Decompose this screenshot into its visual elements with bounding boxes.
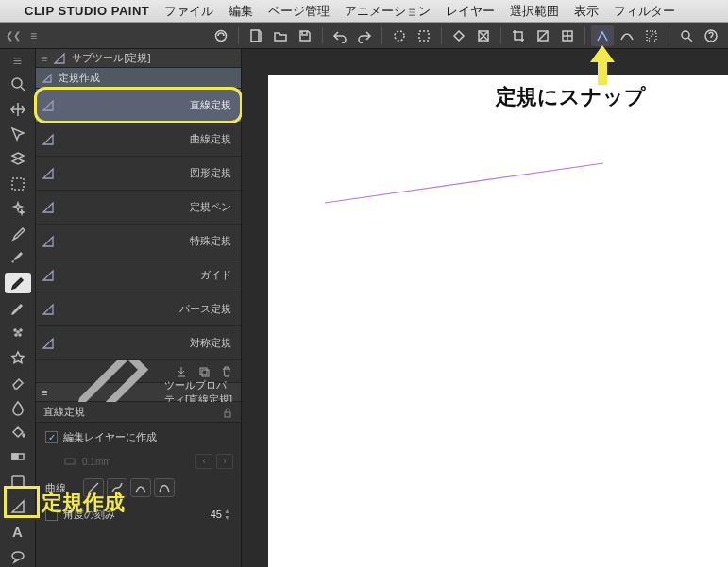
new-file-icon[interactable] (245, 25, 267, 46)
lock-icon[interactable] (222, 407, 233, 418)
subtool-label: 曲線定規 (190, 132, 235, 146)
hamburger-icon[interactable]: ≡ (42, 53, 47, 64)
search-icon[interactable] (675, 25, 698, 46)
svg-rect-21 (200, 368, 207, 375)
gradient-tool-icon[interactable] (5, 446, 31, 467)
hamburger-icon[interactable]: ≡ (42, 387, 47, 398)
menu-animation[interactable]: アニメーション (345, 3, 431, 20)
redo-icon[interactable] (353, 25, 376, 46)
subtool-item-ruler-pen[interactable]: 定規ペン (36, 191, 241, 225)
subtool-item-symmetrical-ruler[interactable]: 対称定規 (36, 326, 241, 360)
snap-to-ruler-icon[interactable] (591, 25, 614, 46)
figure-tool-icon[interactable] (5, 472, 31, 492)
fill-tool-icon[interactable] (5, 422, 31, 442)
pen-tool-icon[interactable] (5, 247, 31, 268)
wand-tool-icon[interactable] (5, 198, 31, 219)
zoom-tool-icon[interactable] (5, 74, 31, 94)
chevron-right-icon[interactable]: › (216, 454, 233, 469)
menu-selection[interactable]: 選択範囲 (510, 3, 559, 20)
subtool-label: 対称定規 (190, 336, 235, 350)
ruler-line[interactable] (320, 156, 622, 212)
clipstudio-icon[interactable] (210, 25, 232, 46)
decoration-tool-icon[interactable] (5, 347, 31, 368)
angle-value[interactable]: 45 (184, 509, 222, 520)
svg-rect-1 (251, 30, 259, 42)
menu-edit[interactable]: 編集 (229, 3, 253, 20)
subtool-item-curve-ruler[interactable]: 曲線定規 (36, 123, 241, 157)
ruler-icon (42, 73, 53, 84)
clear-icon[interactable] (413, 25, 435, 46)
svg-line-25 (325, 163, 603, 203)
blend-tool-icon[interactable] (5, 396, 31, 417)
canvas[interactable] (268, 75, 728, 567)
subtool-label: 特殊定規 (190, 234, 235, 248)
tool-property-subheader: 直線定規 (36, 402, 241, 423)
tool-property-header[interactable]: ≡ ツールプロパティ[直線定規] (36, 383, 241, 402)
help-icon[interactable] (700, 25, 722, 46)
download-icon[interactable] (175, 365, 188, 378)
deselect-icon[interactable] (388, 25, 411, 46)
fill-icon[interactable] (448, 25, 470, 46)
svg-rect-19 (12, 476, 24, 488)
svg-point-0 (216, 30, 227, 41)
subtool-panel-header[interactable]: ≡ サブツール[定規] (36, 49, 241, 68)
hamburger-icon[interactable]: ≡ (30, 29, 37, 42)
menu-layer[interactable]: レイヤー (446, 3, 495, 20)
eraser-tool-icon[interactable] (5, 372, 31, 392)
subtool-item-figure-ruler[interactable]: 図形定規 (36, 157, 241, 191)
pencil-tool-icon[interactable] (5, 273, 31, 293)
subtool-panel-title: サブツール[定規] (72, 51, 150, 65)
prop-label: 編集レイヤーに作成 (63, 430, 157, 444)
curve-cubic-icon[interactable] (154, 478, 175, 497)
subtool-tab[interactable]: 定規作成 (36, 68, 241, 89)
ruler-tool-icon[interactable] (5, 496, 31, 517)
open-file-icon[interactable] (269, 25, 292, 46)
subtool-tab-label: 定規作成 (59, 71, 100, 85)
svg-point-20 (12, 552, 24, 559)
crop-icon[interactable] (507, 25, 530, 46)
prop-create-on-edit-layer[interactable]: 編集レイヤーに作成 (45, 430, 233, 444)
menu-view[interactable]: 表示 (574, 3, 599, 20)
subtool-item-perspective-ruler[interactable]: パース定規 (36, 292, 241, 326)
svg-rect-5 (515, 32, 522, 40)
ruler-icon (42, 99, 55, 112)
canvas-area[interactable] (242, 49, 728, 567)
layer-move-tool-icon[interactable] (5, 148, 31, 169)
move-tool-icon[interactable] (5, 98, 31, 119)
svg-point-13 (17, 331, 19, 333)
subtool-item-special-ruler[interactable]: 特殊定規 (36, 225, 241, 258)
chevron-left-icon[interactable]: ❮❮ (6, 30, 21, 41)
balloon-tool-icon[interactable] (5, 546, 31, 567)
eyedropper-tool-icon[interactable] (5, 223, 31, 243)
app-name[interactable]: CLIP STUDIO PAINT (25, 4, 149, 18)
transform-icon[interactable] (472, 25, 495, 46)
svg-point-15 (20, 329, 22, 331)
svg-point-2 (395, 31, 404, 41)
curve-quadratic-icon[interactable] (130, 478, 151, 497)
snap-special-ruler-icon[interactable] (616, 25, 638, 46)
duplicate-icon[interactable] (197, 365, 211, 378)
menu-page[interactable]: ページ管理 (268, 3, 330, 20)
subtool-item-guide[interactable]: ガイド (36, 258, 241, 292)
tone-icon[interactable] (532, 25, 554, 46)
save-icon[interactable] (294, 25, 316, 46)
operation-tool-icon[interactable] (5, 124, 31, 144)
brush-tool-icon[interactable] (5, 297, 31, 318)
subtool-item-straight-ruler[interactable]: 直線定規 (36, 89, 241, 123)
undo-icon[interactable] (329, 25, 351, 46)
checkbox-icon[interactable] (45, 431, 58, 443)
grid-icon[interactable] (556, 25, 579, 46)
snap-grid-icon[interactable] (640, 25, 663, 46)
svg-rect-22 (202, 370, 209, 376)
ruler-icon (42, 235, 55, 248)
menu-file[interactable]: ファイル (164, 3, 213, 20)
airbrush-tool-icon[interactable] (5, 322, 31, 342)
unit-hint: 0.1mm (82, 457, 111, 467)
hamburger-icon[interactable]: ≡ (5, 53, 31, 70)
menu-filter[interactable]: フィルター (614, 3, 675, 20)
text-tool-icon[interactable]: A (5, 521, 31, 542)
chevron-left-icon[interactable]: ‹ (195, 454, 212, 469)
stepper-icon[interactable]: ▲▼ (224, 507, 233, 522)
marquee-tool-icon[interactable] (5, 173, 31, 193)
trash-icon[interactable] (220, 365, 233, 378)
